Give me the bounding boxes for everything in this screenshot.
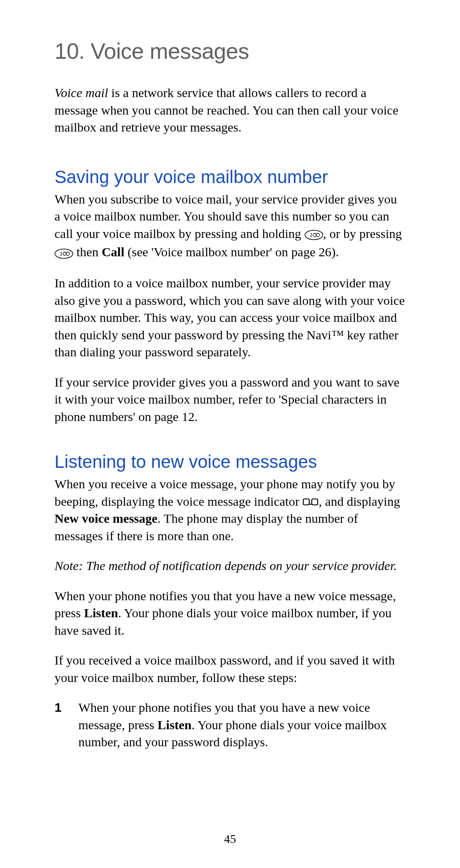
section2-note: Note: The method of notification depends… [55,557,405,575]
svg-point-4 [55,249,73,258]
body-text: , or by pressing [323,226,402,241]
call-label: Call [102,245,124,259]
section2-p2: When your phone notifies you that you ha… [55,587,405,639]
section1-p2: In addition to a voice mailbox number, y… [55,275,405,361]
section2-p3: If you received a voice mailbox password… [55,652,405,686]
section1-p3: If your service provider gives you a pas… [55,374,405,426]
section2-p1: When you receive a voice message, your p… [55,476,405,544]
body-text: , and displaying [319,494,400,508]
svg-point-0 [305,230,323,240]
listen-label: Listen [84,606,118,620]
svg-rect-8 [303,499,309,505]
steps-list: When your phone notifies you that you ha… [55,699,405,751]
intro-emphasis: Voice mail [55,86,108,100]
listen-label: Listen [158,718,192,732]
body-text: then [73,245,102,259]
key-1-icon: 1 [305,226,323,243]
intro-paragraph: Voice mail is a network service that all… [55,84,405,136]
new-voice-message-label: New voice message [55,511,158,525]
chapter-title-text: Voice messages [91,39,249,63]
chapter-title: 10. Voice messages [55,38,405,64]
voicemail-indicator-icon [302,493,319,510]
svg-rect-9 [312,499,318,505]
body-text: (see 'Voice mailbox number' on page 26). [124,245,339,259]
page-number: 45 [0,832,460,846]
section-title-saving: Saving your voice mailbox number [55,167,405,187]
section1-p1: When you subscribe to voice mail, your s… [55,191,405,262]
key-1-icon: 1 [55,245,73,262]
svg-text:1: 1 [60,251,63,257]
svg-text:1: 1 [310,232,313,238]
list-item: When your phone notifies you that you ha… [55,699,405,751]
chapter-number: 10. [55,39,85,63]
section-title-listening: Listening to new voice messages [55,452,405,472]
